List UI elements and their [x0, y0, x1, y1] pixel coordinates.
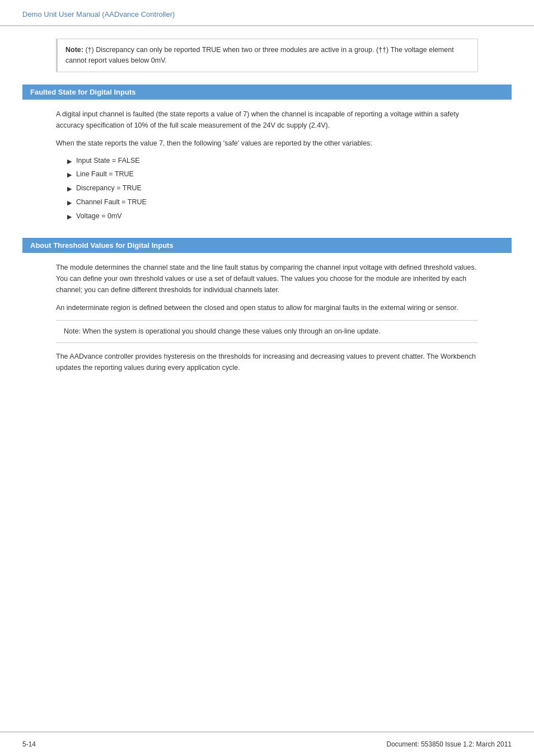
top-note-box: Note: (†) Discrepancy can only be report…	[56, 39, 478, 72]
threshold-note-content: When the system is operational you shoul…	[82, 327, 380, 335]
threshold-note: Note: When the system is operational you…	[56, 320, 478, 343]
section-faulted-content: A digital input channel is faulted (the …	[22, 100, 512, 222]
bullet-arrow-2: ▶	[67, 170, 72, 180]
footer-page-num: 5-14	[22, 740, 36, 748]
bullet-arrow-4: ▶	[67, 198, 72, 208]
section-faulted-header: Faulted State for Digital Inputs	[22, 84, 512, 100]
faulted-bullet-list: ▶ Input State = FALSE ▶ Line Fault = TRU…	[67, 156, 478, 222]
header-title: Demo Unit User Manual (AADvance Controll…	[22, 10, 175, 18]
bullet-arrow-1: ▶	[67, 157, 72, 166]
bullet-text-4: Channel Fault = TRUE	[76, 197, 147, 208]
bullet-arrow-5: ▶	[67, 212, 72, 222]
threshold-note-bold: Note:	[64, 327, 81, 335]
bullet-item-5: ▶ Voltage = 0mV	[67, 211, 478, 222]
bullet-arrow-3: ▶	[67, 184, 72, 194]
bullet-text-3: Discrepancy = TRUE	[76, 183, 142, 194]
faulted-para2: When the state reports the value 7, then…	[56, 138, 478, 149]
bullet-item-3: ▶ Discrepancy = TRUE	[67, 183, 478, 194]
bullet-text-1: Input State = FALSE	[76, 156, 140, 166]
bullet-text-2: Line Fault = TRUE	[76, 169, 134, 180]
top-note-text: Note: (†) Discrepancy can only be report…	[65, 45, 470, 66]
footer-doc-info: Document: 553850 Issue 1.2: March 2011	[387, 740, 512, 748]
threshold-note-text: Note: When the system is operational you…	[64, 326, 470, 337]
threshold-para3: The AADvance controller provides hystere…	[56, 351, 478, 373]
faulted-para1: A digital input channel is faulted (the …	[56, 109, 478, 131]
threshold-para1: The module determines the channel state …	[56, 262, 478, 295]
page-footer: 5-14 Document: 553850 Issue 1.2: March 2…	[0, 731, 534, 756]
section-threshold-content-2: The AADvance controller provides hystere…	[22, 343, 512, 373]
page-header: Demo Unit User Manual (AADvance Controll…	[0, 0, 534, 26]
section-threshold-content: The module determines the channel state …	[22, 253, 512, 313]
bullet-item-1: ▶ Input State = FALSE	[67, 156, 478, 166]
section-threshold-heading: About Threshold Values for Digital Input…	[30, 241, 174, 250]
content-area: Note: (†) Discrepancy can only be report…	[0, 26, 534, 731]
bullet-item-2: ▶ Line Fault = TRUE	[67, 169, 478, 180]
section-threshold-header: About Threshold Values for Digital Input…	[22, 238, 512, 253]
top-note-bold: Note:	[65, 46, 83, 54]
page-container: Demo Unit User Manual (AADvance Controll…	[0, 0, 534, 756]
section-threshold: About Threshold Values for Digital Input…	[22, 238, 512, 373]
section-faulted: Faulted State for Digital Inputs A digit…	[22, 84, 512, 222]
threshold-para2: An indeterminate region is defined betwe…	[56, 302, 478, 313]
top-note-content: (†) Discrepancy can only be reported TRU…	[65, 46, 454, 64]
bullet-text-5: Voltage = 0mV	[76, 211, 122, 222]
section-faulted-heading: Faulted State for Digital Inputs	[30, 88, 136, 96]
bullet-item-4: ▶ Channel Fault = TRUE	[67, 197, 478, 208]
